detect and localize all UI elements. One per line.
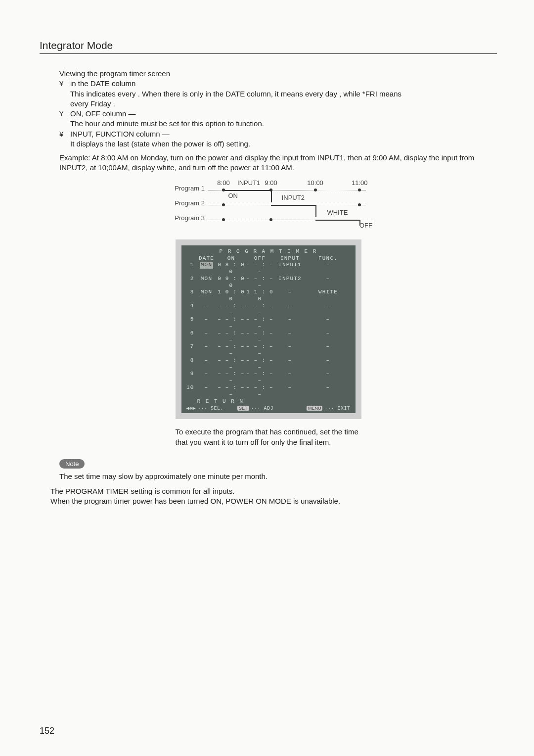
bullet-2-title: ON, OFF column — <box>70 109 136 119</box>
tail-line-2: When the program timer power has been tu… <box>50 496 497 506</box>
timeline-diagram: Program 1 8:00 INPUT1 9:00 10:00 11:00 O… <box>171 181 366 226</box>
bullet-3-title: INPUT, FUNCTION column — <box>70 129 170 139</box>
menu-row: 4–– – : – –– – : – ––– <box>186 303 351 317</box>
bullet-marker-icon <box>59 129 70 139</box>
bullet-marker-icon <box>59 79 70 89</box>
menu-title: P R O G R A M T I M E R <box>186 248 351 254</box>
bullet-1: in the DATE column <box>59 79 497 89</box>
note-badge: Note <box>59 459 85 469</box>
menu-row: 6–– – : – –– – : – ––– <box>186 330 351 344</box>
menu-row: 7–– – : – –– – : – ––– <box>186 343 351 357</box>
menu-row: 5–– – : – –– – : – ––– <box>186 316 351 330</box>
body-text: Viewing the program timer screen in the … <box>59 69 497 173</box>
menu-row: 1MON0 8 : 0 0– – : – –INPUT1– <box>186 262 351 276</box>
title-rule <box>40 53 497 54</box>
menu-row: 10–– – : – –– – : – ––– <box>186 384 351 398</box>
intro-line: Viewing the program timer screen <box>59 69 497 79</box>
bullet-1-body-2: every Friday . <box>70 99 497 109</box>
bullet-2-body: The hour and minute must be set for this… <box>70 119 497 129</box>
menu-row: 2MON0 9 : 0 0– – : – –INPUT2– <box>186 276 351 289</box>
menu-row: 3MON1 0 : 0 01 1 : 0 0–WHITE <box>186 289 351 303</box>
program-timer-menu: P R O G R A M T I M E R DATE ON OFF INPU… <box>176 239 361 420</box>
menu-row: 8–– – : – –– – : – ––– <box>186 357 351 371</box>
bullet-1-body: This indicates every . When there is onl… <box>70 89 497 99</box>
note-text: The set time may slow by approximately o… <box>59 472 497 481</box>
timeline-row-3: Program 3 WHITE OFF <box>171 211 366 226</box>
menu-footer: ◀✥▶··· SEL. SET··· ADJ MENU··· EXIT <box>186 405 351 411</box>
tail-line-1: The PROGRAM TIMER setting is common for … <box>50 486 497 496</box>
bullet-3: INPUT, FUNCTION column — <box>59 129 497 139</box>
bullet-3-body: It displays the last (state when the pow… <box>70 139 497 149</box>
set-key-icon: SET <box>237 406 249 411</box>
page-number: 152 <box>40 726 54 736</box>
menu-return: R E T U R N <box>186 398 351 404</box>
bullet-marker-icon <box>59 109 70 119</box>
bullet-1-title: in the DATE column <box>70 79 135 89</box>
menu-row: 9–– – : – –– – : – ––– <box>186 371 351 384</box>
menu-key-icon: MENU <box>307 406 323 411</box>
bullet-2: ON, OFF column — <box>59 109 497 119</box>
menu-header-row: DATE ON OFF INPUT FUNC. <box>186 255 351 262</box>
menu-caption: To execute the program that has continue… <box>176 427 361 447</box>
section-title: Integrator Mode <box>40 40 497 51</box>
timeline-row-1: Program 1 8:00 INPUT1 9:00 10:00 11:00 O… <box>171 181 366 196</box>
example-paragraph: Example: At 8:00 AM on Monday, turn on t… <box>59 153 497 173</box>
